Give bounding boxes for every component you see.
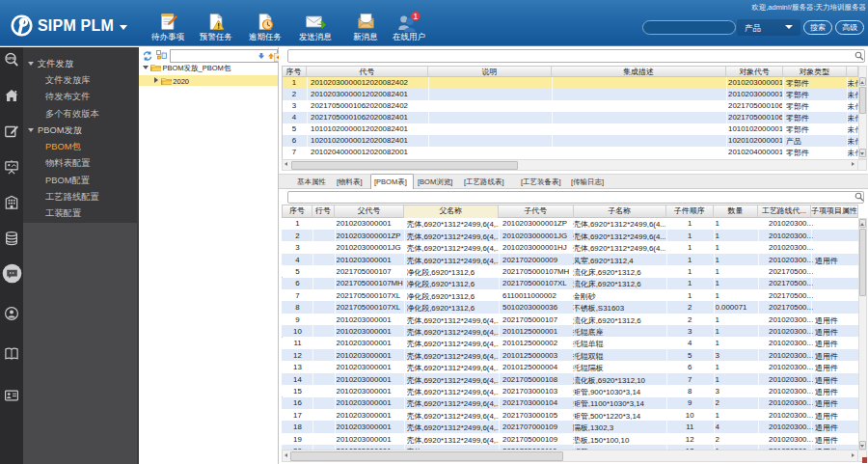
svg-text:1: 1 xyxy=(413,12,418,21)
svg-text:SIPM: SIPM xyxy=(7,57,15,61)
